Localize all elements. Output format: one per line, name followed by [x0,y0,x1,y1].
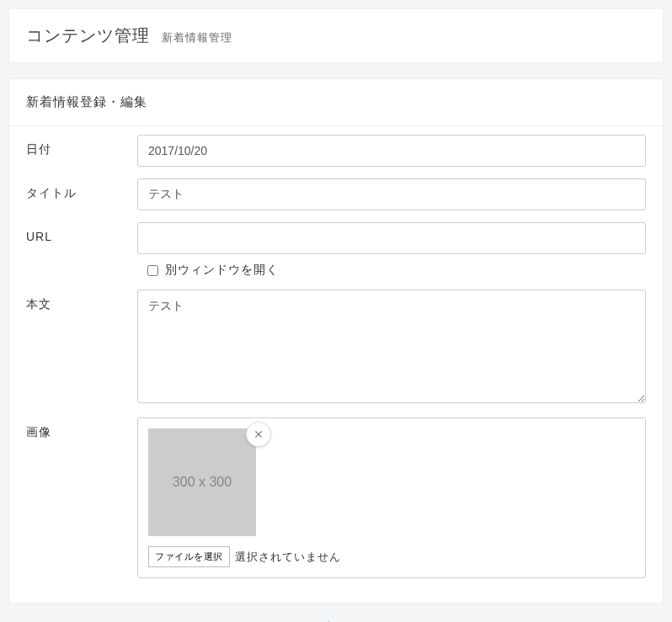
page-title: コンテンツ管理 [26,26,150,45]
label-url: URL [26,222,137,243]
form-body: 日付 タイトル URL 別ウィンドウを開く 本文 [9,126,663,603]
file-status-text: 選択されていません [235,550,341,565]
row-url: URL 別ウィンドウを開く [26,222,646,278]
close-icon [253,428,264,440]
form-panel: 新着情報登録・編集 日付 タイトル URL 別ウィンドウを開く [8,78,664,603]
row-title: タイトル [26,178,646,210]
title-input[interactable] [137,178,646,210]
url-input[interactable] [137,222,646,254]
panel-title: 新着情報登録・編集 [9,79,663,126]
label-body: 本文 [26,290,137,312]
page-header: コンテンツ管理 新着情報管理 [8,8,664,63]
date-input[interactable] [137,135,646,167]
label-image: 画像 [26,417,137,440]
label-date: 日付 [26,135,137,157]
file-select-button[interactable]: ファイルを選択 [148,546,230,567]
new-window-checkbox[interactable] [147,265,158,276]
row-date: 日付 [26,135,646,167]
image-box: 300 x 300 ファイルを選択 選択されていません [137,417,646,578]
page-subtitle: 新着情報管理 [162,31,232,44]
row-image: 画像 300 x 300 ファイルを選択 [26,417,646,578]
file-row: ファイルを選択 選択されていません [148,546,635,567]
new-window-label: 別ウィンドウを開く [165,263,279,278]
footer: 戻る [8,603,664,622]
remove-image-button[interactable] [246,422,271,447]
image-preview-wrapper: 300 x 300 [148,428,256,536]
image-placeholder-text: 300 x 300 [173,475,232,490]
row-body: 本文 [26,290,646,406]
image-placeholder: 300 x 300 [148,428,256,536]
body-textarea[interactable] [137,290,646,403]
label-title: タイトル [26,178,137,201]
